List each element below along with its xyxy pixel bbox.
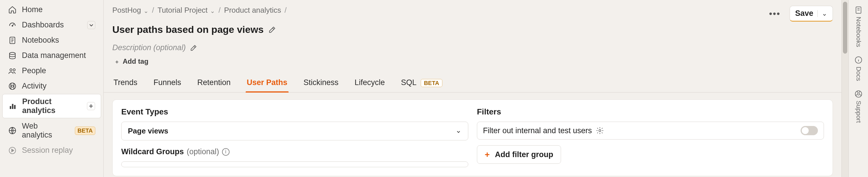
svg-point-4 — [13, 69, 16, 71]
filter-internal-users-row: Filter out internal and test users — [477, 122, 824, 140]
sidebar-item-session-replay[interactable]: Session replay — [2, 143, 101, 158]
edit-icon[interactable] — [190, 44, 197, 52]
breadcrumb-label: PostHog — [112, 6, 141, 15]
main-content: PostHog / Tutorial Project / Product ana… — [104, 0, 841, 177]
plus-icon — [114, 59, 120, 64]
rail-label: Support — [855, 100, 862, 123]
tab-trends[interactable]: Trends — [112, 75, 138, 92]
support-icon — [854, 90, 863, 98]
gear-icon[interactable] — [596, 126, 604, 135]
wildcard-groups-label: Wildcard Groups — [121, 147, 184, 156]
sidebar-item-web-analytics[interactable]: Web analytics BETA — [2, 119, 101, 142]
sidebar-item-home[interactable]: Home — [2, 2, 101, 17]
svg-point-0 — [12, 25, 13, 26]
edit-icon[interactable] — [268, 26, 276, 34]
main-scrollbar[interactable] — [841, 0, 848, 177]
filter-internal-label: Filter out internal and test users — [483, 126, 592, 135]
scrollbar-thumb[interactable] — [843, 2, 847, 54]
add-filter-group-button[interactable]: + Add filter group — [477, 145, 561, 164]
sidebar-item-label: Notebooks — [22, 36, 95, 45]
plus-icon[interactable] — [87, 102, 95, 110]
sidebar-item-product-analytics[interactable]: Product analytics — [2, 94, 101, 118]
add-tag-label: Add tag — [123, 57, 148, 65]
beta-badge: BETA — [75, 126, 95, 135]
event-types-select[interactable]: Page views — [121, 122, 468, 140]
breadcrumb-item-section[interactable]: Product analytics — [224, 6, 281, 15]
more-menu-button[interactable]: ••• — [767, 7, 783, 20]
breadcrumb: PostHog / Tutorial Project / Product ana… — [112, 6, 286, 15]
wildcard-groups-input[interactable] — [121, 161, 468, 167]
breadcrumb-label: Product analytics — [224, 6, 281, 15]
play-icon — [8, 146, 17, 155]
info-icon[interactable]: i — [222, 148, 229, 156]
sidebar-item-label: Web analytics — [22, 122, 70, 140]
notebook-icon — [854, 6, 863, 14]
optional-label: (optional) — [187, 147, 219, 156]
home-icon — [8, 5, 17, 14]
svg-point-16 — [857, 93, 860, 95]
query-config-panel: Event Types Page views Wildcard Groups (… — [112, 99, 833, 176]
sidebar-item-label: Product analytics — [22, 97, 82, 115]
svg-point-3 — [10, 69, 12, 71]
filter-internal-toggle[interactable] — [801, 126, 818, 135]
tab-retention[interactable]: Retention — [196, 75, 232, 92]
page-title: User paths based on page views — [112, 24, 264, 35]
svg-rect-7 — [10, 106, 11, 109]
rail-item-notebooks[interactable]: Notebooks — [854, 6, 863, 47]
description-placeholder[interactable]: Description (optional) — [112, 43, 186, 52]
save-button-label: Save — [795, 9, 813, 18]
save-button[interactable]: Save — [790, 6, 833, 22]
sidebar: Home Dashboards Notebooks Data managemen… — [0, 0, 104, 177]
svg-point-2 — [9, 52, 15, 55]
sidebar-item-label: Home — [22, 5, 95, 14]
globe-icon — [8, 126, 17, 135]
tab-label: SQL — [401, 78, 416, 87]
sidebar-item-dashboards[interactable]: Dashboards — [2, 18, 101, 32]
tab-sql[interactable]: SQL BETA — [400, 75, 443, 92]
sidebar-item-people[interactable]: People — [2, 63, 101, 78]
svg-point-6 — [11, 85, 13, 87]
info-icon — [854, 56, 863, 64]
sidebar-item-notebooks[interactable]: Notebooks — [2, 33, 101, 48]
breadcrumb-separator: / — [284, 6, 286, 15]
database-icon — [8, 51, 17, 60]
tab-lifecycle[interactable]: Lifecycle — [353, 75, 386, 92]
tab-stickiness[interactable]: Stickiness — [302, 75, 340, 92]
svg-point-5 — [9, 83, 16, 89]
event-types-title: Event Types — [121, 107, 468, 116]
svg-point-15 — [855, 91, 862, 97]
breadcrumb-item-project[interactable]: Tutorial Project — [158, 6, 215, 15]
add-tag-button[interactable]: Add tag — [112, 56, 150, 67]
sidebar-item-label: Data management — [22, 51, 95, 60]
gauge-icon — [8, 21, 17, 29]
sidebar-item-label: People — [22, 66, 95, 75]
sidebar-item-label: Dashboards — [22, 21, 82, 29]
rail-item-docs[interactable]: Docs — [854, 56, 863, 81]
notebook-icon — [8, 36, 17, 45]
breadcrumb-label: Tutorial Project — [158, 6, 208, 15]
chevron-down-icon[interactable] — [87, 21, 95, 29]
tab-funnels[interactable]: Funnels — [152, 75, 182, 92]
sidebar-item-activity[interactable]: Activity — [2, 79, 101, 93]
rail-label: Docs — [855, 67, 862, 81]
add-filter-group-label: Add filter group — [495, 150, 553, 159]
select-value: Page views — [128, 126, 168, 136]
right-rail: Notebooks Docs Support — [848, 0, 868, 177]
sidebar-item-data-management[interactable]: Data management — [2, 48, 101, 63]
chevron-down-icon[interactable] — [822, 11, 827, 17]
breadcrumb-item-posthog[interactable]: PostHog — [112, 6, 149, 15]
svg-rect-8 — [12, 104, 13, 109]
breadcrumb-separator: / — [219, 6, 221, 15]
svg-point-12 — [599, 130, 601, 132]
plus-icon: + — [485, 150, 490, 159]
sidebar-item-label: Activity — [22, 82, 95, 90]
tabs: Trends Funnels Retention User Paths Stic… — [104, 72, 841, 92]
chevron-down-icon — [144, 8, 149, 13]
beta-badge: BETA — [421, 79, 442, 87]
sidebar-item-label: Session replay — [22, 146, 95, 155]
people-icon — [8, 67, 17, 75]
breadcrumb-separator: / — [152, 6, 154, 15]
rail-item-support[interactable]: Support — [854, 90, 863, 123]
filters-title: Filters — [477, 107, 824, 116]
tab-user-paths[interactable]: User Paths — [246, 75, 288, 92]
